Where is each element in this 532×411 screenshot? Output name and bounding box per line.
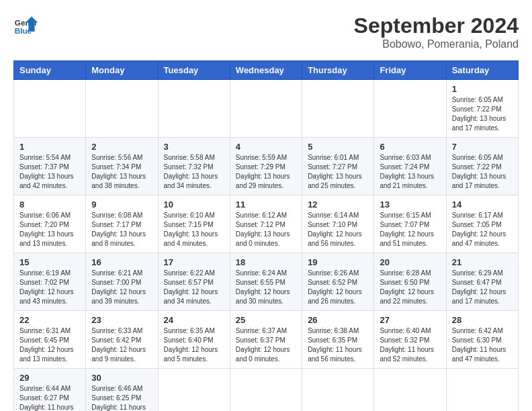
day-info: Sunrise: 6:38 AMSunset: 6:35 PMDaylight:… — [308, 326, 368, 364]
day-info: Sunrise: 6:05 AMSunset: 7:22 PMDaylight:… — [452, 95, 513, 133]
calendar-table: SundayMondayTuesdayWednesdayThursdayFrid… — [13, 60, 519, 411]
calendar-cell: 11 Sunrise: 6:12 AMSunset: 7:12 PMDaylig… — [230, 195, 302, 253]
day-number: 9 — [91, 199, 152, 210]
calendar-cell: 22 Sunrise: 6:31 AMSunset: 6:45 PMDaylig… — [14, 311, 86, 369]
logo-icon: General Blue — [13, 13, 38, 38]
day-number: 20 — [380, 257, 440, 267]
calendar-cell — [374, 369, 446, 412]
calendar-cell: 4 Sunrise: 5:59 AMSunset: 7:29 PMDayligh… — [230, 138, 302, 195]
day-info: Sunrise: 6:42 AMSunset: 6:30 PMDaylight:… — [452, 326, 513, 364]
day-info: Sunrise: 6:12 AMSunset: 7:12 PMDaylight:… — [236, 211, 296, 248]
day-info: Sunrise: 6:01 AMSunset: 7:27 PMDaylight:… — [308, 153, 368, 191]
day-info: Sunrise: 6:35 AMSunset: 6:40 PMDaylight:… — [164, 326, 224, 364]
calendar-cell — [14, 80, 86, 138]
calendar-cell: 1 Sunrise: 6:05 AMSunset: 7:22 PMDayligh… — [446, 80, 518, 138]
day-of-week-header: Sunday — [14, 61, 86, 80]
day-info: Sunrise: 6:21 AMSunset: 7:00 PMDaylight:… — [91, 269, 152, 306]
day-info: Sunrise: 6:17 AMSunset: 7:05 PMDaylight:… — [452, 211, 513, 248]
day-number: 1 — [19, 142, 80, 152]
calendar-cell — [230, 80, 302, 138]
day-of-week-header: Saturday — [446, 61, 518, 80]
day-number: 13 — [380, 199, 440, 210]
calendar-cell — [446, 369, 518, 412]
calendar-cell: 14 Sunrise: 6:17 AMSunset: 7:05 PMDaylig… — [446, 195, 518, 253]
day-info: Sunrise: 6:24 AMSunset: 6:55 PMDaylight:… — [236, 269, 296, 306]
day-info: Sunrise: 6:19 AMSunset: 7:02 PMDaylight:… — [19, 269, 80, 306]
calendar-cell — [158, 369, 230, 412]
calendar-cell: 9 Sunrise: 6:08 AMSunset: 7:17 PMDayligh… — [86, 195, 158, 253]
calendar-cell: 20 Sunrise: 6:28 AMSunset: 6:50 PMDaylig… — [374, 253, 446, 311]
day-number: 25 — [236, 315, 296, 325]
day-info: Sunrise: 5:56 AMSunset: 7:34 PMDaylight:… — [91, 153, 152, 191]
day-number: 4 — [236, 142, 296, 152]
day-info: Sunrise: 6:44 AMSunset: 6:27 PMDaylight:… — [19, 384, 80, 411]
day-number: 26 — [308, 315, 368, 325]
day-info: Sunrise: 6:22 AMSunset: 6:57 PMDaylight:… — [164, 269, 224, 306]
day-of-week-header: Thursday — [302, 61, 374, 80]
day-number: 16 — [91, 257, 152, 267]
calendar-cell: 30 Sunrise: 6:46 AMSunset: 6:25 PMDaylig… — [86, 369, 158, 412]
calendar-cell: 28 Sunrise: 6:42 AMSunset: 6:30 PMDaylig… — [446, 311, 518, 369]
day-info: Sunrise: 6:31 AMSunset: 6:45 PMDaylight:… — [19, 326, 80, 364]
day-info: Sunrise: 6:14 AMSunset: 7:10 PMDaylight:… — [308, 211, 368, 248]
calendar-cell: 19 Sunrise: 6:26 AMSunset: 6:52 PMDaylig… — [302, 253, 374, 311]
day-info: Sunrise: 5:59 AMSunset: 7:29 PMDaylight:… — [236, 153, 296, 191]
calendar-cell — [302, 80, 374, 138]
page-header: General Blue September 2024 Bobowo, Pome… — [13, 13, 519, 50]
day-info: Sunrise: 6:08 AMSunset: 7:17 PMDaylight:… — [91, 211, 152, 248]
calendar-cell: 29 Sunrise: 6:44 AMSunset: 6:27 PMDaylig… — [14, 369, 86, 412]
calendar-header-row: SundayMondayTuesdayWednesdayThursdayFrid… — [14, 61, 519, 80]
calendar-cell: 18 Sunrise: 6:24 AMSunset: 6:55 PMDaylig… — [230, 253, 302, 311]
day-number: 22 — [19, 315, 80, 325]
day-of-week-header: Monday — [86, 61, 158, 80]
day-number: 18 — [236, 257, 296, 267]
calendar-week-row: 15 Sunrise: 6:19 AMSunset: 7:02 PMDaylig… — [14, 253, 519, 311]
calendar-cell: 1 Sunrise: 5:54 AMSunset: 7:37 PMDayligh… — [14, 138, 86, 195]
day-number: 12 — [308, 199, 368, 210]
day-info: Sunrise: 6:05 AMSunset: 7:22 PMDaylight:… — [452, 153, 513, 191]
day-number: 27 — [380, 315, 440, 325]
calendar-cell: 2 Sunrise: 5:56 AMSunset: 7:34 PMDayligh… — [86, 138, 158, 195]
page-title: September 2024 — [354, 13, 519, 38]
day-number: 24 — [164, 315, 224, 325]
calendar-cell: 13 Sunrise: 6:15 AMSunset: 7:07 PMDaylig… — [374, 195, 446, 253]
calendar-cell — [230, 369, 302, 412]
calendar-week-row: 1 Sunrise: 6:05 AMSunset: 7:22 PMDayligh… — [14, 80, 519, 138]
day-number: 5 — [308, 142, 368, 152]
calendar-cell: 7 Sunrise: 6:05 AMSunset: 7:22 PMDayligh… — [446, 138, 518, 195]
calendar-cell: 21 Sunrise: 6:29 AMSunset: 6:47 PMDaylig… — [446, 253, 518, 311]
day-number: 1 — [452, 84, 513, 94]
day-of-week-header: Tuesday — [158, 61, 230, 80]
calendar-cell: 23 Sunrise: 6:33 AMSunset: 6:42 PMDaylig… — [86, 311, 158, 369]
day-info: Sunrise: 6:06 AMSunset: 7:20 PMDaylight:… — [19, 211, 80, 248]
calendar-cell: 17 Sunrise: 6:22 AMSunset: 6:57 PMDaylig… — [158, 253, 230, 311]
day-number: 8 — [19, 199, 80, 210]
day-number: 17 — [164, 257, 224, 267]
day-number: 30 — [91, 373, 152, 383]
calendar-cell: 15 Sunrise: 6:19 AMSunset: 7:02 PMDaylig… — [14, 253, 86, 311]
day-of-week-header: Friday — [374, 61, 446, 80]
calendar-cell: 12 Sunrise: 6:14 AMSunset: 7:10 PMDaylig… — [302, 195, 374, 253]
calendar-cell: 24 Sunrise: 6:35 AMSunset: 6:40 PMDaylig… — [158, 311, 230, 369]
day-number: 6 — [380, 142, 440, 152]
day-number: 23 — [91, 315, 152, 325]
calendar-cell: 5 Sunrise: 6:01 AMSunset: 7:27 PMDayligh… — [302, 138, 374, 195]
calendar-cell: 16 Sunrise: 6:21 AMSunset: 7:00 PMDaylig… — [86, 253, 158, 311]
day-info: Sunrise: 6:10 AMSunset: 7:15 PMDaylight:… — [164, 211, 224, 248]
calendar-cell: 26 Sunrise: 6:38 AMSunset: 6:35 PMDaylig… — [302, 311, 374, 369]
day-info: Sunrise: 6:37 AMSunset: 6:37 PMDaylight:… — [236, 326, 296, 364]
day-number: 19 — [308, 257, 368, 267]
title-block: September 2024 Bobowo, Pomerania, Poland — [354, 13, 519, 50]
day-info: Sunrise: 6:33 AMSunset: 6:42 PMDaylight:… — [91, 326, 152, 364]
day-info: Sunrise: 5:54 AMSunset: 7:37 PMDaylight:… — [19, 153, 80, 191]
day-info: Sunrise: 6:15 AMSunset: 7:07 PMDaylight:… — [380, 211, 440, 248]
day-number: 21 — [452, 257, 513, 267]
calendar-cell — [374, 80, 446, 138]
day-info: Sunrise: 6:29 AMSunset: 6:47 PMDaylight:… — [452, 269, 513, 306]
day-info: Sunrise: 6:26 AMSunset: 6:52 PMDaylight:… — [308, 269, 368, 306]
page-subtitle: Bobowo, Pomerania, Poland — [354, 38, 519, 50]
day-info: Sunrise: 6:46 AMSunset: 6:25 PMDaylight:… — [91, 384, 152, 411]
day-of-week-header: Wednesday — [230, 61, 302, 80]
day-number: 11 — [236, 199, 296, 210]
calendar-cell — [302, 369, 374, 412]
